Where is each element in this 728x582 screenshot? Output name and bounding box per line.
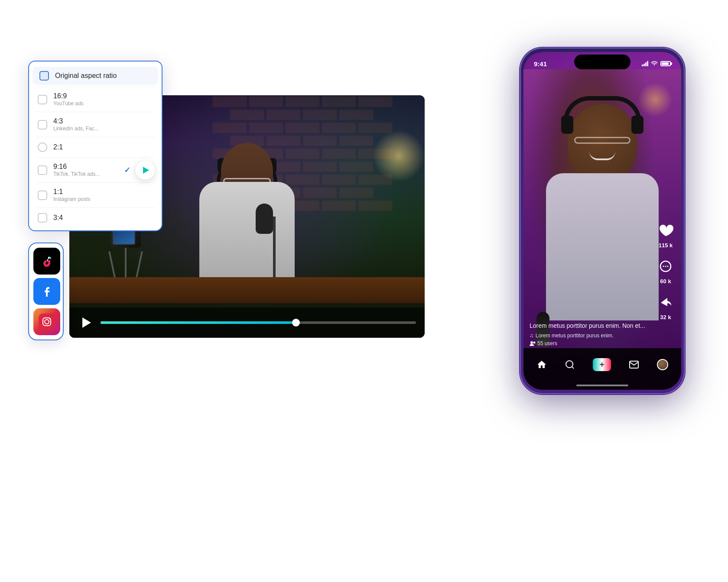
tiktok-icon <box>39 253 55 269</box>
svg-point-11 <box>533 342 536 344</box>
signal-icon <box>642 61 648 66</box>
divider-4 <box>36 157 155 158</box>
aspect-label-original: Original aspect ratio <box>55 72 117 80</box>
divider-3 <box>36 137 155 137</box>
add-nav-icon: + <box>593 358 611 371</box>
checkmark-9-16: ✓ <box>124 165 130 175</box>
tiktok-lamp-glow <box>638 82 673 117</box>
aspect-ratio-text-1-1: 1:1 <box>53 188 90 196</box>
tiktok-nav-profile[interactable] <box>657 359 668 370</box>
aspect-item-3-4[interactable]: 3:4 <box>29 209 162 227</box>
music-note-icon: ♫ <box>530 332 534 339</box>
tiktok-body <box>546 173 659 320</box>
users-icon <box>530 341 536 346</box>
nav-avatar <box>657 359 668 370</box>
tiktok-share-action[interactable]: 32 k <box>656 293 675 320</box>
progress-thumb[interactable] <box>292 319 300 327</box>
aspect-labels-1-1: 1:1 Instagram posts <box>53 188 90 202</box>
tiktok-headphones <box>563 96 641 122</box>
aspect-item-4-3[interactable]: 4:3 LinkedIn ads, Fac... <box>29 113 162 136</box>
inbox-nav-icon <box>629 359 639 370</box>
tiktok-video-title: Lorem metus porttitor purus enim. Non et… <box>530 322 651 330</box>
aspect-labels-16-9: 16:9 YouTube ads <box>53 92 84 107</box>
music-text: Lorem metus porttitor purus enim. <box>536 333 614 339</box>
facebook-icon <box>39 283 55 300</box>
tiktok-bottom-content: Lorem metus porttitor purus enim. Non et… <box>530 322 651 346</box>
tiktok-icon-wrap[interactable] <box>33 248 60 275</box>
signal-bar-4 <box>647 61 648 66</box>
tiktok-users-label: 55 users <box>530 340 651 346</box>
svg-point-12 <box>566 361 573 368</box>
progress-bar-fill <box>101 321 296 324</box>
aspect-ratio-text-original: Original aspect ratio <box>55 72 117 80</box>
aspect-item-9-16[interactable]: 9:16 TikTok, TikTok ads... ✓ <box>29 158 162 181</box>
play-arrow-icon <box>143 167 149 174</box>
phone-inner-frame: 9:41 <box>523 52 681 390</box>
tiktok-headphone-right <box>631 116 644 134</box>
lamp-glow <box>373 130 425 182</box>
status-time: 9:41 <box>534 60 547 68</box>
aspect-sublabel-1-1: Instagram posts <box>53 196 90 202</box>
mic-head <box>256 204 273 234</box>
tiktok-nav-inbox[interactable] <box>629 359 639 370</box>
aspect-item-16-9[interactable]: 16:9 YouTube ads <box>29 88 162 111</box>
phone-notch <box>574 55 630 69</box>
home-nav-icon <box>536 359 547 370</box>
aspect-item-2-1[interactable]: 2:1 <box>29 138 162 156</box>
tiktok-nav-home[interactable] <box>536 359 547 370</box>
aspect-ratio-text-3-4: 3:4 <box>53 214 63 222</box>
signal-bar-1 <box>642 65 643 66</box>
tiktok-glasses <box>574 137 630 144</box>
aspect-checkbox-9-16 <box>38 165 47 175</box>
aspect-checkbox-original <box>39 71 49 81</box>
aspect-checkbox-4-3 <box>38 120 47 129</box>
svg-point-8 <box>665 266 666 267</box>
camera-screen <box>113 230 135 245</box>
play-icon-dropdown[interactable] <box>136 161 155 180</box>
battery-icon <box>660 61 671 66</box>
search-nav-icon <box>565 359 575 370</box>
wifi-icon <box>651 61 658 66</box>
facebook-icon-wrap[interactable] <box>33 278 60 305</box>
aspect-ratio-text-4-3: 4:3 <box>53 117 99 125</box>
tiktok-nav-search[interactable] <box>565 359 575 370</box>
svg-line-13 <box>572 367 574 369</box>
phone-screen: 9:41 <box>523 52 681 390</box>
aspect-sublabel-4-3: LinkedIn ads, Fac... <box>53 126 99 132</box>
tiktok-nav-bar: + <box>523 348 681 390</box>
aspect-labels-2-1: 2:1 <box>53 143 63 151</box>
svg-point-10 <box>530 341 533 344</box>
aspect-sublabel-16-9: YouTube ads <box>53 100 84 107</box>
tiktok-like-action[interactable]: 115 k <box>656 221 675 249</box>
tiktok-music-label: ♫ Lorem metus porttitor purus enim. <box>530 332 651 339</box>
divider-5 <box>36 182 155 183</box>
aspect-checkbox-16-9 <box>38 95 47 104</box>
status-icons-group <box>642 61 671 66</box>
svg-point-7 <box>663 266 664 267</box>
svg-point-5 <box>49 318 51 320</box>
play-button[interactable] <box>78 315 94 330</box>
instagram-icon-wrap[interactable] <box>33 308 60 335</box>
video-controls <box>69 307 425 338</box>
users-text: 55 users <box>537 340 557 346</box>
signal-bar-3 <box>645 62 647 66</box>
divider-1 <box>36 87 155 87</box>
signal-bar-2 <box>644 64 645 66</box>
aspect-sublabel-9-16: TikTok, TikTok ads... <box>53 171 100 177</box>
svg-point-9 <box>667 266 669 267</box>
tiktok-nav-add[interactable]: + <box>593 358 611 371</box>
heart-icon <box>656 221 675 240</box>
comment-count: 60 k <box>660 278 671 285</box>
phone-mockup: 9:41 <box>520 48 685 394</box>
tiktok-comment-action[interactable]: 60 k <box>656 257 675 285</box>
aspect-labels-4-3: 4:3 LinkedIn ads, Fac... <box>53 117 99 132</box>
tiktok-actions-sidebar: 115 k 60 k <box>656 221 675 320</box>
divider-2 <box>36 112 155 112</box>
divider-6 <box>36 207 155 208</box>
comment-icon <box>656 257 675 276</box>
progress-bar-track[interactable] <box>101 321 416 324</box>
share-icon <box>656 293 675 312</box>
aspect-item-1-1[interactable]: 1:1 Instagram posts <box>29 184 162 207</box>
aspect-checkbox-1-1 <box>38 191 47 200</box>
aspect-item-original[interactable]: Original aspect ratio <box>32 67 158 85</box>
